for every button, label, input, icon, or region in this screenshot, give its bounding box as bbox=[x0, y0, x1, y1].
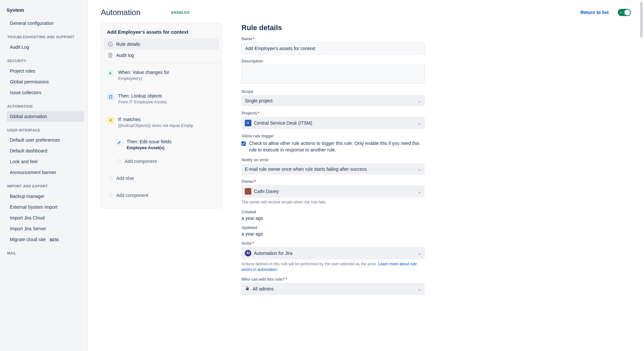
notify-select[interactable]: E-mail rule owner once when rule starts … bbox=[241, 164, 425, 175]
add-component-button[interactable]: Add component bbox=[105, 189, 218, 201]
pencil-icon bbox=[116, 139, 123, 146]
sidebar-title: System bbox=[7, 7, 84, 13]
tab-label: Rule details bbox=[116, 42, 140, 47]
who-can-edit-label: Who can edit this rule?* bbox=[241, 277, 425, 282]
lock-icon bbox=[245, 286, 250, 292]
sidebar-item-external-system-import[interactable]: External System Import bbox=[7, 202, 84, 212]
clipboard-icon bbox=[107, 93, 114, 100]
created-value: a year ago bbox=[241, 216, 425, 221]
sidebar-item-import-jira-cloud[interactable]: Import Jira Cloud bbox=[7, 213, 84, 223]
add-component-inner-button[interactable]: Add component bbox=[114, 155, 218, 167]
step-title: Then: Edit issue fields bbox=[127, 139, 171, 144]
hollow-dot-icon bbox=[109, 177, 112, 180]
sidebar-item-migrate-cloud-site[interactable]: Migrate cloud site BETA bbox=[7, 234, 84, 245]
add-label: Add component bbox=[116, 193, 148, 198]
svg-rect-8 bbox=[110, 95, 111, 96]
sidebar-section-troubleshooting: TROUBLESHOOTING AND SUPPORT bbox=[7, 29, 84, 42]
rule-enabled-toggle[interactable] bbox=[618, 9, 631, 16]
tab-audit-log[interactable]: Audit log bbox=[104, 50, 219, 61]
trigger-icon bbox=[107, 70, 114, 77]
svg-point-10 bbox=[112, 121, 112, 122]
allow-trigger-label: Allow rule trigger bbox=[241, 134, 425, 138]
chevron-down-icon: ⌄ bbox=[418, 98, 421, 103]
svg-rect-12 bbox=[246, 288, 249, 290]
select-value: Single project bbox=[245, 98, 273, 103]
updated-label: Updated bbox=[241, 225, 425, 230]
info-icon bbox=[108, 42, 113, 47]
actor-avatar-icon: AI bbox=[245, 250, 251, 256]
check-icon bbox=[619, 11, 623, 14]
sidebar-item-import-jira-server[interactable]: Import Jira Server bbox=[7, 223, 84, 234]
projects-select[interactable]: Central Service Desk (ITSM) ⌄ bbox=[241, 117, 425, 129]
actor-label: Actor* bbox=[241, 241, 425, 246]
description-input[interactable] bbox=[241, 65, 425, 84]
allow-trigger-text: Check to allow other rule actions to tri… bbox=[249, 140, 425, 153]
name-label: Name* bbox=[241, 37, 425, 41]
description-label: Description bbox=[241, 59, 425, 63]
sidebar-item-default-dashboard[interactable]: Default dashboard bbox=[7, 146, 84, 156]
owner-label: Owner* bbox=[241, 179, 425, 184]
sidebar-item-announcement-banner[interactable]: Announcement banner bbox=[7, 167, 84, 178]
owner-select[interactable]: Cathi Davey ⌄ bbox=[241, 185, 425, 198]
add-label: Add component bbox=[125, 159, 157, 164]
sidebar-section-user-interface: USER INTERFACE bbox=[7, 122, 84, 135]
tab-label: Audit log bbox=[116, 53, 134, 58]
select-value: Automation for Jira bbox=[254, 251, 293, 256]
document-icon bbox=[108, 53, 113, 58]
status-badge: ENABLED bbox=[171, 10, 189, 14]
sidebar: System General configuration TROUBLESHOO… bbox=[0, 0, 88, 351]
sidebar-item-audit-log[interactable]: Audit Log bbox=[7, 42, 84, 52]
sidebar-item-look-and-feel[interactable]: Look and feel bbox=[7, 156, 84, 167]
main-content: Automation ENABLED Return to list Add Em… bbox=[88, 0, 644, 351]
svg-rect-1 bbox=[110, 44, 110, 45]
beta-badge: BETA bbox=[48, 238, 60, 242]
select-value: All admins bbox=[253, 286, 274, 291]
actor-select[interactable]: AI Automation for Jira ⌄ bbox=[241, 247, 425, 259]
step-edit-issue-fields[interactable]: Then: Edit issue fields Employee Asset(s… bbox=[114, 136, 218, 153]
step-lookup-objects[interactable]: Then: Lookup objects From IT Employee As… bbox=[105, 90, 218, 108]
allow-trigger-checkbox[interactable] bbox=[241, 141, 246, 146]
tab-rule-details[interactable]: Rule details bbox=[104, 39, 219, 50]
scope-label: Scope bbox=[241, 89, 425, 94]
sidebar-section-import-export: IMPORT AND EXPORT bbox=[7, 178, 84, 191]
step-trigger[interactable]: When: Value changes for Employee(s) bbox=[105, 66, 218, 84]
notify-label: Notify on error bbox=[241, 158, 425, 162]
sidebar-item-issue-collectors[interactable]: Issue collectors bbox=[7, 87, 84, 98]
sidebar-item-default-user-preferences[interactable]: Default user preferences bbox=[7, 135, 84, 145]
name-input[interactable] bbox=[241, 43, 425, 54]
step-subtitle: From IT Employee Assets bbox=[118, 99, 167, 104]
user-avatar-icon bbox=[245, 188, 251, 195]
hollow-dot-icon bbox=[117, 160, 121, 163]
sidebar-item-general-configuration[interactable]: General configuration bbox=[7, 18, 84, 28]
scope-select[interactable]: Single project ⌄ bbox=[241, 95, 425, 106]
chevron-down-icon: ⌄ bbox=[418, 286, 421, 291]
scrollbar-thumb[interactable] bbox=[640, 2, 643, 38]
actor-helper-text: Actions defined in this rule will be per… bbox=[241, 261, 425, 272]
sidebar-item-project-roles[interactable]: Project roles bbox=[7, 66, 84, 76]
step-condition[interactable]: If: matches {{lookupObjects}} does not e… bbox=[105, 114, 218, 131]
chevron-down-icon: ⌄ bbox=[418, 120, 421, 126]
add-label: Add else bbox=[116, 176, 134, 181]
svg-point-9 bbox=[112, 119, 112, 120]
step-subtitle: {{lookupObjects}} does not equal Empty bbox=[118, 123, 193, 128]
sidebar-item-global-permissions[interactable]: Global permissions bbox=[7, 77, 84, 87]
add-else-button[interactable]: Add else bbox=[105, 172, 218, 184]
created-label: Created bbox=[241, 210, 425, 214]
select-value: Central Service Desk (ITSM) bbox=[254, 120, 312, 126]
hollow-dot-icon bbox=[109, 194, 112, 197]
select-value: E-mail rule owner once when rule starts … bbox=[245, 167, 367, 172]
who-can-edit-select[interactable]: All admins ⌄ bbox=[241, 283, 425, 295]
details-heading: Rule details bbox=[241, 24, 425, 32]
sidebar-section-mail: MAIL bbox=[7, 245, 84, 258]
rule-details-panel: Rule details Name* Description Scope Sin… bbox=[241, 23, 425, 300]
projects-label: Projects* bbox=[241, 111, 425, 115]
sidebar-item-backup-manager[interactable]: Backup manager bbox=[7, 191, 84, 202]
sidebar-item-global-automation[interactable]: Global automation bbox=[7, 111, 84, 122]
updated-value: a year ago bbox=[241, 231, 425, 237]
svg-point-11 bbox=[247, 122, 249, 124]
project-avatar-icon bbox=[245, 120, 251, 126]
return-to-list-link[interactable]: Return to list bbox=[581, 10, 609, 15]
rule-name-heading: Add Employee's assets for context bbox=[101, 28, 222, 39]
svg-rect-2 bbox=[110, 43, 110, 44]
rule-builder-card: Add Employee's assets for context Rule d… bbox=[101, 23, 222, 209]
